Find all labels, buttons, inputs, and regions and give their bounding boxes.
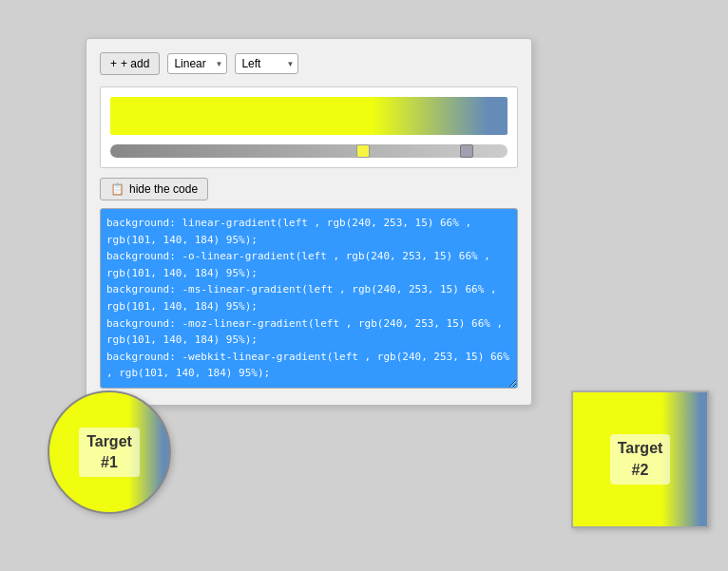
gradient-type-wrapper: Linear Radial <box>167 53 227 74</box>
gradient-bar <box>110 97 508 135</box>
code-icon: 📋 <box>110 182 125 196</box>
plus-icon: + <box>110 57 117 70</box>
direction-select[interactable]: Left Right Top Bottom <box>235 53 298 74</box>
target-2-label: Target#2 <box>610 434 671 485</box>
hide-code-label: hide the code <box>129 182 198 196</box>
hide-code-button[interactable]: 📋 hide the code <box>100 178 208 200</box>
color-stop-handle-1[interactable] <box>356 144 370 158</box>
add-button[interactable]: + + add <box>100 52 160 75</box>
color-stop-handle-2[interactable] <box>460 144 473 158</box>
css-code-box[interactable] <box>100 208 518 389</box>
direction-wrapper: Left Right Top Bottom <box>235 53 298 74</box>
toolbar: + + add Linear Radial Left Right Top Bot… <box>100 52 518 75</box>
target-2: Target#2 <box>571 390 709 528</box>
gradient-preview-container <box>100 86 518 168</box>
add-label: + add <box>121 57 149 70</box>
slider-track <box>110 144 508 158</box>
gradient-panel: + + add Linear Radial Left Right Top Bot… <box>86 38 532 406</box>
gradient-type-select[interactable]: Linear Radial <box>167 53 227 74</box>
target-1-label: Target#1 <box>79 428 140 478</box>
target-1: Target#1 <box>48 390 171 514</box>
